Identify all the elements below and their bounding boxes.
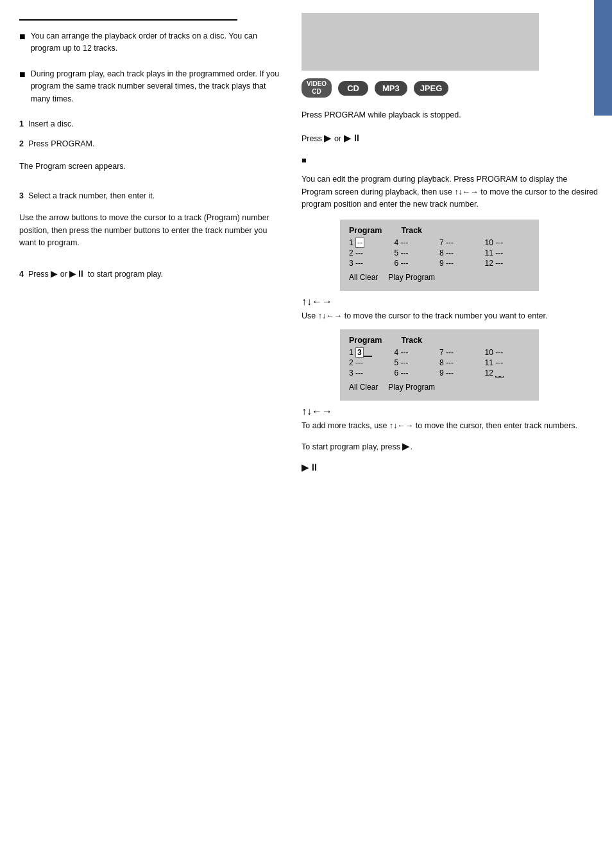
- cell2-1-3: 7 ---: [439, 348, 485, 357]
- play-program-label-2[interactable]: Play Program: [388, 383, 435, 392]
- bullet-2: ■: [19, 69, 26, 80]
- header-track-1: Track: [401, 226, 422, 235]
- nav-arrows-2: ↑↓←→: [302, 406, 599, 417]
- bottom-text-1: To add more tracks, use ↑↓←→ to move the…: [302, 420, 599, 432]
- right-step-block: Press ▶ or ▶⏸: [302, 130, 599, 145]
- step-2-desc: The Program screen appears.: [19, 161, 282, 173]
- step-2: 2 Press PROGRAM. The Program screen appe…: [19, 138, 282, 173]
- all-clear-label-2[interactable]: All Clear: [349, 383, 378, 392]
- cell2-3-3: 9 ---: [439, 369, 485, 378]
- badge-mp3: MP3: [375, 81, 407, 96]
- step-3-desc: Use the arrow buttons to move the cursor…: [19, 212, 282, 249]
- right-text-play: Press ▶ or ▶⏸: [302, 130, 599, 145]
- badge-jpeg: JPEG: [414, 81, 449, 96]
- top-divider: [19, 19, 237, 21]
- badge-video-cd: VIDEOCD: [302, 78, 332, 98]
- cell2-2-2: 5 ---: [395, 358, 440, 367]
- left-column: ■ You can arrange the playback order of …: [0, 0, 295, 868]
- page-layout: ■ You can arrange the playback order of …: [0, 0, 612, 868]
- program-grid-1: 1 -- 4 --- 7 --- 10 --- 2 --- 5 --- 8 --…: [349, 238, 530, 268]
- cell-1-3: 7 ---: [439, 238, 485, 247]
- section-1: ■ You can arrange the playback order of …: [19, 30, 282, 55]
- cell2-3-4: 12 __: [485, 369, 531, 378]
- cell-2-4: 11 ---: [485, 248, 531, 257]
- step-4: 4 Press ▶ or ▶⏸ to start program play.: [19, 267, 282, 281]
- program-grid-2: 1 3__ 4 --- 7 --- 10 --- 2 --- 5 --- 8 -…: [349, 348, 530, 378]
- nav-arrows-1: ↑↓←→: [302, 296, 599, 308]
- format-badges: VIDEOCD CD MP3 JPEG: [302, 78, 599, 98]
- badge-video-cd-label: VIDEOCD: [307, 80, 327, 96]
- cell-2-2: 5 ---: [395, 248, 440, 257]
- right-accent-bar: [594, 0, 612, 116]
- cell-3-4: 12 ---: [485, 259, 531, 268]
- cell2-3-2: 6 ---: [395, 369, 440, 378]
- steps-section: 1 Insert a disc. 2 Press PROGRAM. The Pr…: [19, 118, 282, 281]
- cell2-2-4: 11 ---: [485, 358, 531, 367]
- program-screen-1-header: Program Track: [349, 226, 530, 235]
- note-bullet: ■: [302, 155, 599, 167]
- step-3: 3 Select a track number, then enter it. …: [19, 190, 282, 250]
- cell2-3-1: 3 ---: [349, 369, 395, 378]
- header-program-2: Program: [349, 336, 382, 345]
- right-column: VIDEOCD CD MP3 JPEG Press PROGRAM while …: [295, 0, 612, 868]
- all-clear-label-1[interactable]: All Clear: [349, 273, 378, 282]
- badge-mp3-label: MP3: [382, 83, 400, 93]
- program-screen-2: Program Track 1 3__ 4 --- 7 --- 10 --- 2…: [340, 329, 539, 401]
- step-2-text: 2 Press PROGRAM.: [19, 138, 282, 150]
- cell-1-1: 1 --: [349, 238, 395, 247]
- cell-3-2: 6 ---: [395, 259, 440, 268]
- between-screens-text: Use ↑↓←→ to move the cursor to the track…: [302, 310, 599, 322]
- cell-1-2: 4 ---: [395, 238, 440, 247]
- program-actions-2: All Clear Play Program: [349, 383, 530, 392]
- bottom-text-2: To start program play, press ▶.: [302, 438, 599, 453]
- bottom-text-3: ▶⏸: [302, 460, 599, 474]
- play-icon-left: ▶: [51, 268, 58, 279]
- section-2-text: During program play, each track plays in…: [31, 68, 282, 105]
- note-text: You can edit the program during playback…: [302, 173, 599, 211]
- badge-cd: CD: [338, 81, 368, 96]
- step-4-text: 4 Press ▶ or ▶⏸ to start program play.: [19, 267, 282, 281]
- cell-1-4: 10 ---: [485, 238, 531, 247]
- badge-cd-label: CD: [347, 83, 359, 93]
- cell2-1-4: 10 ---: [485, 348, 531, 357]
- cell2-2-1: 2 ---: [349, 358, 395, 367]
- cell-2-3: 8 ---: [439, 248, 485, 257]
- pause-icon-left: ▶⏸: [69, 268, 85, 279]
- grey-header-box: [302, 13, 539, 71]
- cell2-2-3: 8 ---: [439, 358, 485, 367]
- section-2: ■ During program play, each track plays …: [19, 68, 282, 105]
- program-screen-2-header: Program Track: [349, 336, 530, 345]
- header-track-2: Track: [401, 336, 422, 345]
- section-1-text: You can arrange the playback order of tr…: [31, 30, 282, 55]
- program-screen-1: Program Track 1 -- 4 --- 7 --- 10 --- 2 …: [340, 220, 539, 291]
- cell2-1-1: 1 3__: [349, 348, 395, 357]
- program-actions-1: All Clear Play Program: [349, 273, 530, 282]
- bullet-1: ■: [19, 31, 26, 42]
- note-section: ■ You can edit the program during playba…: [302, 155, 599, 211]
- cell-3-3: 9 ---: [439, 259, 485, 268]
- cell2-1-2: 4 ---: [395, 348, 440, 357]
- badge-jpeg-label: JPEG: [420, 83, 443, 93]
- right-text-1: Press PROGRAM while playback is stopped.: [302, 109, 599, 121]
- step-1: 1 Insert a disc.: [19, 118, 282, 130]
- cell-2-1: 2 ---: [349, 248, 395, 257]
- header-program-1: Program: [349, 226, 382, 235]
- cell-3-1: 3 ---: [349, 259, 395, 268]
- right-intro: Press PROGRAM while playback is stopped.: [302, 109, 599, 121]
- step-1-text: 1 Insert a disc.: [19, 119, 74, 128]
- step-3-text: 3 Select a track number, then enter it.: [19, 190, 282, 202]
- play-program-label-1[interactable]: Play Program: [388, 273, 435, 282]
